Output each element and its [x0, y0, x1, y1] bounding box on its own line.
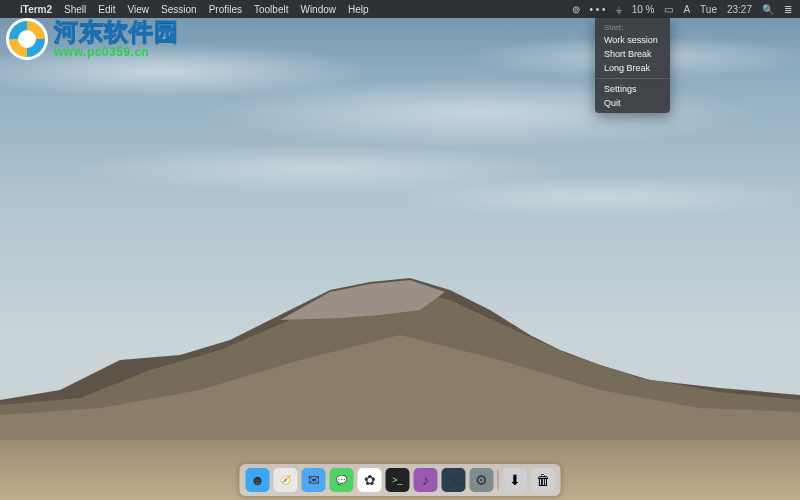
menu-window[interactable]: Window: [300, 4, 336, 15]
clock-time[interactable]: 23:27: [727, 4, 752, 15]
dock-app2[interactable]: ⌥: [442, 468, 466, 492]
watermark-title: 河东软件园: [54, 20, 179, 44]
dock-terminal[interactable]: >_: [386, 468, 410, 492]
dock: ☻🧭✉💬✿>_♪⌥⚙⬇🗑: [240, 464, 561, 496]
dock-finder[interactable]: ☻: [246, 468, 270, 492]
menu-shell[interactable]: Shell: [64, 4, 86, 15]
menu-profiles[interactable]: Profiles: [209, 4, 242, 15]
notification-center-icon[interactable]: ≣: [784, 4, 792, 15]
battery-percent: 10 %: [632, 4, 655, 15]
dropdown-header: Start:: [595, 21, 670, 33]
desktop-wallpaper: [0, 0, 800, 500]
dock-photos[interactable]: ✿: [358, 468, 382, 492]
wifi-icon[interactable]: ⏚: [616, 4, 622, 15]
menu-session[interactable]: Session: [161, 4, 197, 15]
menubar-right: ⊚ • • • ⏚ 10 % ▭ A Tue 23:27 🔍 ≣: [572, 4, 792, 15]
tray-app-icon[interactable]: • • •: [590, 4, 606, 15]
menu-view[interactable]: View: [128, 4, 150, 15]
dock-app1[interactable]: ♪: [414, 468, 438, 492]
dropdown-settings[interactable]: Settings: [595, 82, 670, 96]
dropdown-separator: [595, 78, 670, 79]
input-source-icon[interactable]: A: [683, 4, 690, 15]
wallpaper-mountains: [0, 260, 800, 440]
watermark-url: www.pc0359.cn: [54, 46, 179, 58]
clock-day[interactable]: Tue: [700, 4, 717, 15]
menu-toolbelt[interactable]: Toolbelt: [254, 4, 288, 15]
dock-settings[interactable]: ⚙: [470, 468, 494, 492]
menubar-app-name[interactable]: iTerm2: [20, 4, 52, 15]
dropdown-long-break[interactable]: Long Break: [595, 61, 670, 75]
menu-edit[interactable]: Edit: [98, 4, 115, 15]
spotlight-icon[interactable]: 🔍: [762, 4, 774, 15]
dock-trash[interactable]: 🗑: [531, 468, 555, 492]
dock-mail[interactable]: ✉: [302, 468, 326, 492]
tray-dropdown-menu: Start: Work session Short Break Long Bre…: [595, 18, 670, 113]
menu-help[interactable]: Help: [348, 4, 369, 15]
dropdown-quit[interactable]: Quit: [595, 96, 670, 110]
dock-messages[interactable]: 💬: [330, 468, 354, 492]
menubar-left: iTerm2 Shell Edit View Session Profiles …: [8, 4, 369, 15]
watermark: 河东软件园 www.pc0359.cn: [6, 18, 179, 60]
accessibility-icon[interactable]: ⊚: [572, 4, 580, 15]
watermark-logo-icon: [6, 18, 48, 60]
dropdown-short-break[interactable]: Short Break: [595, 47, 670, 61]
dock-separator: [498, 470, 499, 490]
dock-downloads[interactable]: ⬇: [503, 468, 527, 492]
dropdown-work-session[interactable]: Work session: [595, 33, 670, 47]
menubar: iTerm2 Shell Edit View Session Profiles …: [0, 0, 800, 18]
battery-icon[interactable]: ▭: [664, 4, 673, 15]
watermark-text: 河东软件园 www.pc0359.cn: [54, 20, 179, 58]
dock-safari[interactable]: 🧭: [274, 468, 298, 492]
